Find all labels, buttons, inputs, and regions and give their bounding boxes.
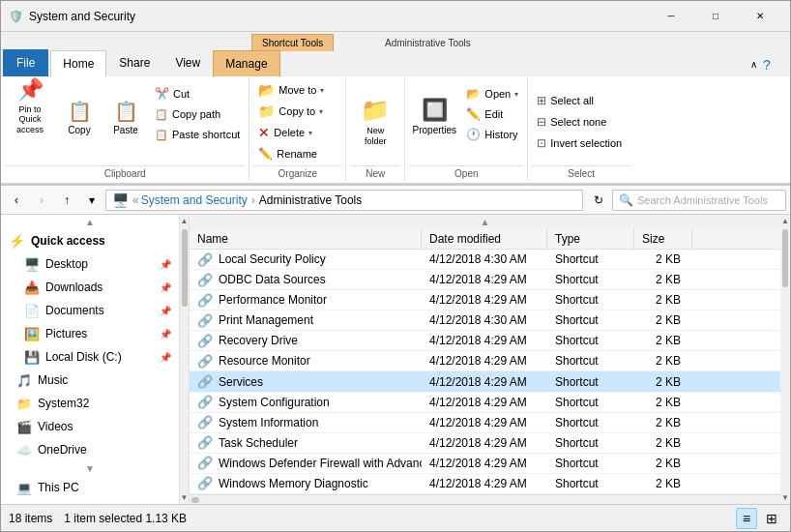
open-icon: 📂 — [466, 87, 481, 101]
history-button[interactable]: 🕐 History — [461, 125, 523, 144]
pin-indicator-doc: 📌 — [160, 306, 171, 316]
table-row[interactable]: 🔗 ODBC Data Sources 4/12/2018 4:29 AM Sh… — [190, 270, 780, 290]
file-date: 4/12/2018 4:29 AM — [422, 455, 547, 472]
move-to-button[interactable]: 📂 Move to ▾ — [253, 80, 341, 100]
select-none-button[interactable]: ⊟ Select none — [532, 112, 630, 132]
paste-shortcut-button[interactable]: 📋 Paste shortcut — [150, 125, 245, 144]
rename-button[interactable]: ✏️ Rename — [253, 144, 341, 163]
sidebar-item-pictures[interactable]: 🖼️ Pictures 📌 — [1, 322, 179, 345]
select-all-button[interactable]: ⊞ Select all — [532, 91, 630, 110]
table-row[interactable]: 🔗 Windows Memory Diagnostic 4/12/2018 4:… — [190, 474, 780, 494]
ribbon-collapse-btn[interactable]: ∧ — [744, 51, 763, 76]
view-details-button[interactable]: ≡ — [736, 508, 757, 529]
file-icon: 🔗 — [197, 354, 213, 369]
file-scroll-up[interactable]: ▲ — [781, 217, 789, 225]
copy-to-label: Copy to — [278, 105, 315, 117]
view-large-icons-button[interactable]: ⊞ — [761, 508, 782, 529]
table-row[interactable]: 🔗 Performance Monitor 4/12/2018 4:29 AM … — [190, 290, 780, 310]
file-icon: 🔗 — [197, 293, 213, 308]
open-button[interactable]: 📂 Open ▾ — [461, 84, 523, 103]
properties-button[interactable]: 🔲 Properties — [409, 80, 459, 140]
copy-button-large[interactable]: 📋 Copy — [57, 80, 102, 140]
pin-to-quick-access-button[interactable]: 📌 Pin to Quick access — [5, 80, 55, 140]
file-scroll-down[interactable]: ▼ — [781, 493, 789, 502]
tab-share[interactable]: Share — [106, 49, 162, 76]
search-box[interactable]: 🔍 Search Administrative Tools — [612, 190, 786, 211]
table-row[interactable]: 🔗 Resource Monitor 4/12/2018 4:29 AM Sho… — [190, 351, 780, 371]
paste-button-large[interactable]: 📋 Paste — [103, 80, 148, 140]
tab-file[interactable]: File — [3, 49, 48, 76]
copy-label: Copy — [68, 125, 90, 135]
maximize-button[interactable]: □ — [693, 1, 738, 32]
file-size: 2 KB — [634, 394, 692, 411]
path-icon: 🖥️ — [112, 192, 129, 208]
window-icon: 🛡️ — [9, 10, 23, 23]
forward-button[interactable]: › — [30, 189, 53, 212]
horizontal-scrollbar[interactable] — [190, 494, 780, 504]
sidebar-item-this-pc[interactable]: 💻 This PC — [1, 476, 179, 499]
delete-button[interactable]: ✕ Delete ▾ — [253, 123, 341, 142]
tab-home[interactable]: Home — [50, 50, 106, 77]
sidebar-label-local-disk: Local Disk (C:) — [45, 350, 122, 364]
new-folder-button[interactable]: 📁 Newfolder — [350, 92, 400, 152]
up-button[interactable]: ↑ — [55, 189, 78, 212]
edit-button[interactable]: ✏️ Edit — [461, 104, 523, 124]
sidebar-scroll-down[interactable]: ▼ — [181, 493, 189, 502]
table-row[interactable]: 🔗 Recovery Drive 4/12/2018 4:29 AM Short… — [190, 331, 780, 351]
system32-icon: 📁 — [16, 397, 32, 411]
back-button[interactable]: ‹ — [5, 189, 28, 212]
tab-manage[interactable]: Manage — [213, 50, 279, 77]
sidebar-scroll-up[interactable]: ▲ — [181, 217, 189, 225]
copy-to-icon: 📁 — [258, 103, 275, 119]
sidebar-item-documents[interactable]: 📄 Documents 📌 — [1, 299, 179, 322]
file-name: ODBC Data Sources — [219, 273, 326, 286]
sidebar-item-system32[interactable]: 📁 System32 — [1, 392, 179, 415]
window-frame: 🛡️ System and Security ─ □ ✕ Shortcut To… — [0, 0, 791, 532]
sidebar-item-music[interactable]: 🎵 Music — [1, 369, 179, 392]
col-header-name[interactable]: Name — [190, 228, 422, 249]
close-button[interactable]: ✕ — [738, 1, 782, 32]
tab-view[interactable]: View — [162, 49, 213, 76]
window-title: System and Security — [29, 10, 649, 23]
sidebar-scroll-thumb[interactable] — [182, 229, 188, 307]
copy-path-button[interactable]: 📋 Copy path — [150, 104, 245, 124]
copy-icon: 📋 — [68, 100, 92, 123]
file-scroll-thumb[interactable] — [782, 229, 788, 287]
refresh-button[interactable]: ↻ — [587, 189, 610, 212]
address-bar: ‹ › ↑ ▾ 🖥️ « System and Security › Admin… — [1, 186, 790, 215]
minimize-button[interactable]: ─ — [649, 1, 693, 32]
pin-icon: 📌 — [17, 77, 44, 103]
sidebar-item-local-disk[interactable]: 💾 Local Disk (C:) 📌 — [1, 345, 179, 369]
sidebar-scroll-indicator-top[interactable]: ▲ — [1, 215, 179, 229]
sidebar-item-desktop[interactable]: 🖥️ Desktop 📌 — [1, 252, 179, 276]
pin-label: Pin to Quick access — [10, 104, 50, 135]
edit-icon: ✏️ — [466, 107, 481, 121]
address-path-box[interactable]: 🖥️ « System and Security › Administrativ… — [105, 190, 583, 211]
recent-button[interactable]: ▾ — [80, 189, 103, 212]
sidebar-scrollbar[interactable]: ▲ ▼ — [180, 215, 190, 504]
file-icon: 🔗 — [197, 252, 213, 267]
copy-to-button[interactable]: 📁 Copy to ▾ — [253, 102, 341, 121]
col-header-date[interactable]: Date modified — [422, 228, 547, 249]
invert-selection-button[interactable]: ⊡ Invert selection — [532, 133, 630, 153]
table-row[interactable]: 🔗 Services 4/12/2018 4:29 AM Shortcut 2 … — [190, 371, 780, 392]
cut-button[interactable]: ✂️ Cut — [150, 84, 245, 103]
col-header-size[interactable]: Size — [634, 228, 692, 249]
path-part-1[interactable]: System and Security — [141, 193, 248, 207]
table-row[interactable]: 🔗 Print Management 4/12/2018 4:30 AM Sho… — [190, 310, 780, 331]
sidebar-scroll-indicator-bottom[interactable]: ▼ — [1, 461, 179, 476]
paste-label: Paste — [113, 125, 138, 135]
table-row[interactable]: 🔗 System Configuration 4/12/2018 4:29 AM… — [190, 393, 780, 413]
file-type: Shortcut — [547, 332, 634, 349]
table-row[interactable]: 🔗 System Information 4/12/2018 4:29 AM S… — [190, 413, 780, 433]
file-icon: 🔗 — [197, 334, 213, 348]
table-row[interactable]: 🔗 Windows Defender Firewall with Advanc.… — [190, 454, 780, 474]
table-row[interactable]: 🔗 Local Security Policy 4/12/2018 4:30 A… — [190, 250, 780, 270]
sidebar-item-downloads[interactable]: 📥 Downloads 📌 — [1, 276, 179, 299]
sidebar-item-videos[interactable]: 🎬 Videos — [1, 415, 179, 438]
sidebar-item-quick-access[interactable]: ⚡ Quick access — [1, 229, 179, 252]
col-header-type[interactable]: Type — [547, 228, 634, 249]
table-row[interactable]: 🔗 Task Scheduler 4/12/2018 4:29 AM Short… — [190, 433, 780, 454]
file-list-scrollbar[interactable]: ▲ ▼ — [780, 215, 790, 504]
sidebar-item-onedrive[interactable]: ☁️ OneDrive — [1, 438, 179, 461]
